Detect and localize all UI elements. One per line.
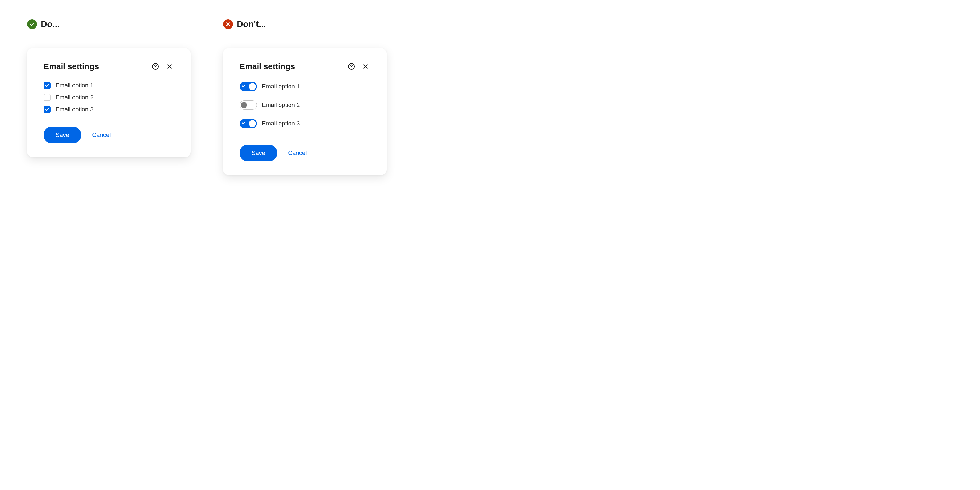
do-card-footer: Save Cancel (43, 127, 174, 143)
checkbox-row: Email option 2 (43, 94, 174, 101)
switch-knob (249, 83, 256, 90)
checkbox-label: Email option 1 (56, 82, 93, 89)
switch-input[interactable] (240, 82, 257, 91)
switch-label: Email option 2 (262, 102, 300, 109)
do-card-title: Email settings (43, 62, 146, 71)
help-icon[interactable] (151, 62, 160, 71)
do-heading: Do... (41, 19, 60, 29)
cancel-button[interactable]: Cancel (288, 150, 307, 156)
switch-input[interactable] (240, 119, 257, 128)
dont-card: Email settings (223, 48, 387, 175)
checkbox-input[interactable] (43, 82, 51, 89)
svg-point-3 (351, 67, 352, 68)
do-card: Email settings (27, 48, 191, 157)
check-circle-icon (27, 19, 37, 29)
help-icon[interactable] (347, 62, 356, 71)
save-button[interactable]: Save (240, 145, 277, 161)
do-header: Do... (27, 19, 191, 29)
checkbox-row: Email option 3 (43, 106, 174, 113)
switch-label: Email option 1 (262, 83, 300, 90)
do-column: Do... Email settings (27, 19, 191, 175)
close-icon[interactable] (165, 62, 174, 71)
svg-point-1 (155, 67, 156, 68)
dont-card-header: Email settings (240, 62, 370, 71)
check-icon (242, 121, 245, 126)
checkbox-label: Email option 3 (56, 106, 93, 113)
dont-heading: Don't... (237, 19, 266, 29)
checkbox-label: Email option 2 (56, 94, 93, 101)
x-circle-icon (223, 19, 233, 29)
close-icon[interactable] (361, 62, 370, 71)
checkbox-input[interactable] (43, 94, 51, 101)
switch-row: Email option 3 (240, 119, 370, 128)
dont-card-footer: Save Cancel (240, 145, 370, 161)
switch-knob (241, 102, 247, 108)
cancel-button[interactable]: Cancel (92, 132, 111, 138)
switch-row: Email option 1 (240, 82, 370, 91)
checkbox-row: Email option 1 (43, 82, 174, 89)
switch-knob (249, 120, 256, 127)
dont-header: Don't... (223, 19, 387, 29)
switch-label: Email option 3 (262, 120, 300, 127)
checkbox-input[interactable] (43, 106, 51, 113)
dont-column: Don't... Email settings (223, 19, 387, 175)
do-card-header: Email settings (43, 62, 174, 71)
dont-options: Email option 1 Email option 2 Ema (240, 82, 370, 128)
dont-card-title: Email settings (240, 62, 342, 71)
check-icon (242, 84, 245, 89)
switch-input[interactable] (240, 100, 257, 110)
do-options: Email option 1 Email option 2 Email opti… (43, 82, 174, 113)
switch-row: Email option 2 (240, 100, 370, 110)
save-button[interactable]: Save (43, 127, 81, 143)
